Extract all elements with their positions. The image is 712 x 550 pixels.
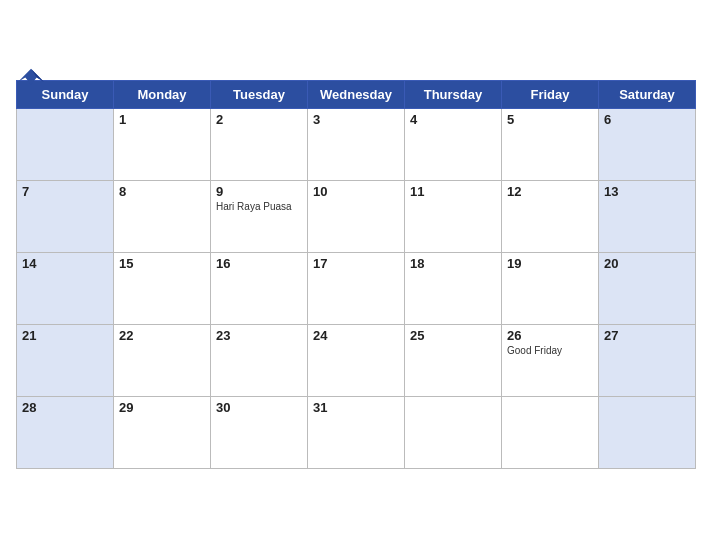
day-number: 15 bbox=[119, 256, 205, 271]
calendar-cell: 11 bbox=[405, 180, 502, 252]
calendar-cell: 1 bbox=[114, 108, 211, 180]
day-number: 20 bbox=[604, 256, 690, 271]
weekday-header-friday: Friday bbox=[502, 80, 599, 108]
calendar-cell: 22 bbox=[114, 324, 211, 396]
logo-area bbox=[16, 66, 46, 86]
calendar-cell: 16 bbox=[211, 252, 308, 324]
day-number: 9 bbox=[216, 184, 302, 199]
day-number: 17 bbox=[313, 256, 399, 271]
calendar-cell: 17 bbox=[308, 252, 405, 324]
week-row-4: 212223242526Good Friday27 bbox=[17, 324, 696, 396]
calendar-tbody: 123456789Hari Raya Puasa1011121314151617… bbox=[17, 108, 696, 468]
calendar-container: SundayMondayTuesdayWednesdayThursdayFrid… bbox=[0, 66, 712, 485]
calendar-cell: 8 bbox=[114, 180, 211, 252]
calendar-cell: 20 bbox=[599, 252, 696, 324]
day-number: 18 bbox=[410, 256, 496, 271]
calendar-cell: 9Hari Raya Puasa bbox=[211, 180, 308, 252]
calendar-cell: 12 bbox=[502, 180, 599, 252]
day-number: 13 bbox=[604, 184, 690, 199]
calendar-cell: 6 bbox=[599, 108, 696, 180]
svg-marker-0 bbox=[18, 68, 44, 84]
day-number: 11 bbox=[410, 184, 496, 199]
calendar-cell: 18 bbox=[405, 252, 502, 324]
week-row-2: 789Hari Raya Puasa10111213 bbox=[17, 180, 696, 252]
calendar-cell: 25 bbox=[405, 324, 502, 396]
calendar-cell: 4 bbox=[405, 108, 502, 180]
holiday-name: Good Friday bbox=[507, 345, 593, 356]
day-number: 2 bbox=[216, 112, 302, 127]
day-number: 27 bbox=[604, 328, 690, 343]
calendar-cell: 24 bbox=[308, 324, 405, 396]
day-number: 28 bbox=[22, 400, 108, 415]
day-number: 22 bbox=[119, 328, 205, 343]
holiday-name: Hari Raya Puasa bbox=[216, 201, 302, 212]
calendar-cell: 26Good Friday bbox=[502, 324, 599, 396]
weekday-header-tuesday: Tuesday bbox=[211, 80, 308, 108]
calendar-cell: 13 bbox=[599, 180, 696, 252]
week-row-1: 123456 bbox=[17, 108, 696, 180]
day-number: 21 bbox=[22, 328, 108, 343]
day-number: 29 bbox=[119, 400, 205, 415]
weekday-header-monday: Monday bbox=[114, 80, 211, 108]
weekday-header-thursday: Thursday bbox=[405, 80, 502, 108]
day-number: 14 bbox=[22, 256, 108, 271]
day-number: 16 bbox=[216, 256, 302, 271]
day-number: 1 bbox=[119, 112, 205, 127]
calendar-cell bbox=[405, 396, 502, 468]
day-number: 8 bbox=[119, 184, 205, 199]
calendar-cell: 10 bbox=[308, 180, 405, 252]
calendar-cell: 30 bbox=[211, 396, 308, 468]
week-row-5: 28293031 bbox=[17, 396, 696, 468]
calendar-thead: SundayMondayTuesdayWednesdayThursdayFrid… bbox=[17, 80, 696, 108]
calendar-cell: 31 bbox=[308, 396, 405, 468]
calendar-cell: 5 bbox=[502, 108, 599, 180]
day-number: 31 bbox=[313, 400, 399, 415]
calendar-cell: 28 bbox=[17, 396, 114, 468]
calendar-cell bbox=[502, 396, 599, 468]
weekday-header-wednesday: Wednesday bbox=[308, 80, 405, 108]
day-number: 7 bbox=[22, 184, 108, 199]
day-number: 10 bbox=[313, 184, 399, 199]
day-number: 6 bbox=[604, 112, 690, 127]
logo-icon bbox=[16, 66, 46, 86]
calendar-cell: 7 bbox=[17, 180, 114, 252]
calendar-table: SundayMondayTuesdayWednesdayThursdayFrid… bbox=[16, 80, 696, 469]
day-number: 25 bbox=[410, 328, 496, 343]
day-number: 26 bbox=[507, 328, 593, 343]
weekday-header-saturday: Saturday bbox=[599, 80, 696, 108]
calendar-cell bbox=[599, 396, 696, 468]
day-number: 12 bbox=[507, 184, 593, 199]
weekday-header-row: SundayMondayTuesdayWednesdayThursdayFrid… bbox=[17, 80, 696, 108]
day-number: 3 bbox=[313, 112, 399, 127]
calendar-cell: 3 bbox=[308, 108, 405, 180]
calendar-cell bbox=[17, 108, 114, 180]
day-number: 4 bbox=[410, 112, 496, 127]
calendar-cell: 21 bbox=[17, 324, 114, 396]
calendar-cell: 27 bbox=[599, 324, 696, 396]
day-number: 30 bbox=[216, 400, 302, 415]
calendar-cell: 19 bbox=[502, 252, 599, 324]
week-row-3: 14151617181920 bbox=[17, 252, 696, 324]
calendar-cell: 29 bbox=[114, 396, 211, 468]
day-number: 19 bbox=[507, 256, 593, 271]
calendar-cell: 23 bbox=[211, 324, 308, 396]
calendar-cell: 14 bbox=[17, 252, 114, 324]
day-number: 24 bbox=[313, 328, 399, 343]
calendar-cell: 15 bbox=[114, 252, 211, 324]
calendar-cell: 2 bbox=[211, 108, 308, 180]
day-number: 5 bbox=[507, 112, 593, 127]
day-number: 23 bbox=[216, 328, 302, 343]
